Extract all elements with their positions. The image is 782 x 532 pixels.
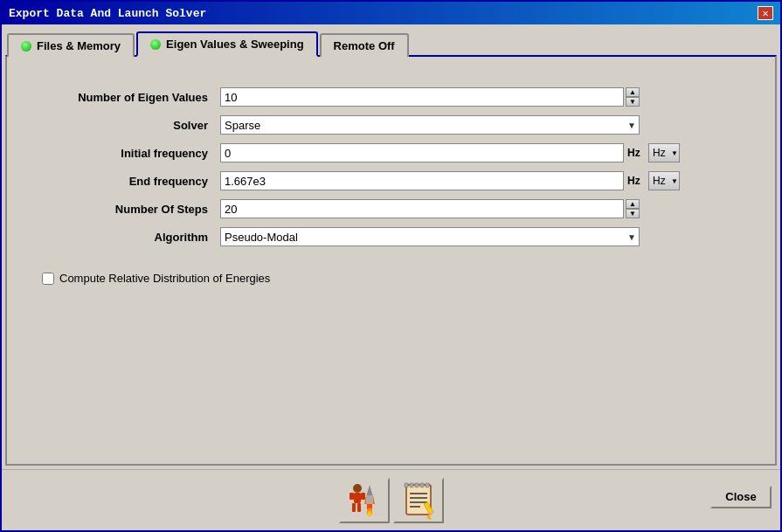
svg-rect-18 xyxy=(426,483,429,487)
svg-point-0 xyxy=(353,484,362,493)
row-solver: Solver Sparse Dense xyxy=(42,111,740,139)
launch-solver-icon xyxy=(345,481,384,520)
solver-select-wrapper: Sparse Dense xyxy=(220,115,640,135)
label-steps: Number Of Steps xyxy=(42,195,217,223)
tabs-row: Files & Memory Eigen Values & Sweeping R… xyxy=(2,24,780,55)
action-buttons xyxy=(339,478,444,523)
title-bar: Export Data And Launch Solver ✕ xyxy=(2,2,780,24)
bottom-bar: Close xyxy=(2,469,780,530)
input-steps[interactable] xyxy=(220,199,624,218)
cell-solver: Sparse Dense xyxy=(217,111,740,139)
checkbox-energies-label: Compute Relative Distribution of Energie… xyxy=(59,272,270,285)
input-eigen-values[interactable] xyxy=(220,87,624,107)
svg-rect-4 xyxy=(349,493,354,500)
input-end-freq[interactable] xyxy=(220,171,624,190)
tab-eigen[interactable]: Eigen Values & Sweeping xyxy=(136,31,318,57)
cell-algorithm: Pseudo-Modal Direct xyxy=(217,223,740,251)
cell-steps: ▲ ▼ xyxy=(217,195,740,223)
spinner-down-eigen[interactable]: ▼ xyxy=(626,97,640,107)
spinner-up-eigen[interactable]: ▲ xyxy=(626,87,640,97)
unit-end-freq: Hz xyxy=(627,175,645,187)
row-end-freq: End frequency Hz Hz xyxy=(42,167,740,195)
unit-dropdown-wrapper-end: Hz xyxy=(648,171,680,190)
checkbox-energies[interactable] xyxy=(42,273,54,285)
export-data-button[interactable] xyxy=(393,478,444,523)
row-algorithm: Algorithm Pseudo-Modal Direct xyxy=(42,223,740,251)
tab-files[interactable]: Files & Memory xyxy=(7,33,135,57)
svg-rect-2 xyxy=(352,503,356,512)
algorithm-select-wrapper: Pseudo-Modal Direct xyxy=(220,227,640,246)
tab-remote[interactable]: Remote Off xyxy=(320,33,409,57)
label-initial-freq: Initial frequency xyxy=(42,139,217,167)
svg-point-12 xyxy=(368,511,371,516)
spinner-up-steps[interactable]: ▲ xyxy=(626,199,640,209)
unit-select-initial-freq[interactable]: Hz xyxy=(648,143,680,162)
svg-rect-7 xyxy=(366,495,373,504)
svg-rect-3 xyxy=(357,503,361,512)
spinner-steps: ▲ ▼ xyxy=(626,199,640,218)
content-area: Number of Eigen Values ▲ ▼ xyxy=(5,55,777,466)
close-button[interactable]: Close xyxy=(710,486,772,508)
main-window: Export Data And Launch Solver ✕ Files & … xyxy=(0,0,782,532)
label-solver: Solver xyxy=(42,111,217,139)
cell-initial-freq: Hz Hz xyxy=(217,139,740,167)
launch-solver-button[interactable] xyxy=(339,478,390,523)
label-algorithm: Algorithm xyxy=(42,223,217,251)
svg-rect-5 xyxy=(361,493,365,500)
export-data-icon xyxy=(401,481,436,520)
solver-select[interactable]: Sparse Dense xyxy=(220,115,640,135)
cell-eigen-values: ▲ ▼ xyxy=(217,83,740,111)
bottom-section: Close xyxy=(2,469,780,530)
label-eigen-values: Number of Eigen Values xyxy=(42,83,217,111)
cell-end-freq: Hz Hz xyxy=(217,167,740,195)
row-steps: Number Of Steps ▲ ▼ xyxy=(42,195,740,223)
svg-rect-14 xyxy=(405,483,408,487)
tab-dot-files xyxy=(21,41,31,52)
unit-dropdown-wrapper-initial: Hz xyxy=(648,143,680,162)
algorithm-select[interactable]: Pseudo-Modal Direct xyxy=(220,227,640,246)
tab-remote-label: Remote Off xyxy=(334,39,395,52)
unit-select-end-freq[interactable]: Hz xyxy=(648,171,680,190)
svg-rect-15 xyxy=(410,483,413,487)
svg-rect-16 xyxy=(415,483,419,487)
svg-marker-9 xyxy=(373,495,375,504)
row-eigen-values: Number of Eigen Values ▲ ▼ xyxy=(42,83,740,111)
form-table: Number of Eigen Values ▲ ▼ xyxy=(42,83,740,251)
spinner-eigen-values: ▲ ▼ xyxy=(626,87,640,107)
window-close-button[interactable]: ✕ xyxy=(758,6,773,20)
tab-dot-eigen xyxy=(150,39,161,50)
tab-files-label: Files & Memory xyxy=(37,39,121,52)
svg-marker-6 xyxy=(366,485,373,497)
spinner-down-steps[interactable]: ▼ xyxy=(626,209,640,218)
label-end-freq: End frequency xyxy=(42,167,217,195)
window-title: Export Data And Launch Solver xyxy=(9,7,206,20)
tab-eigen-label: Eigen Values & Sweeping xyxy=(166,38,304,51)
row-initial-freq: Initial frequency Hz Hz xyxy=(42,139,740,167)
input-initial-freq[interactable] xyxy=(220,143,624,162)
svg-rect-17 xyxy=(420,483,424,487)
checkbox-row-energies: Compute Relative Distribution of Energie… xyxy=(42,272,740,285)
unit-initial-freq: Hz xyxy=(627,147,645,159)
svg-rect-1 xyxy=(354,493,361,503)
